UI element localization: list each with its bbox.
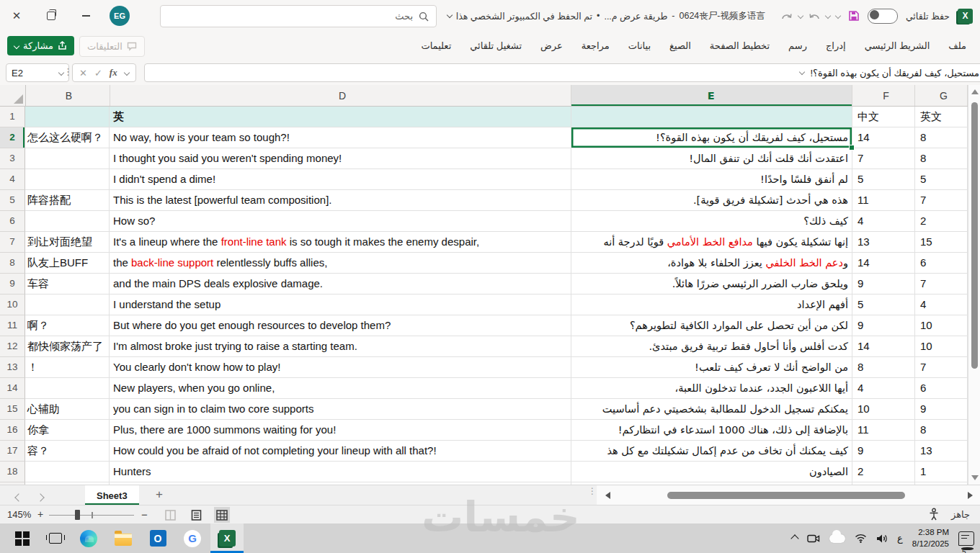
notification-center-icon[interactable]: 5: [958, 531, 974, 546]
cell-F14[interactable]: 4: [852, 378, 915, 399]
cell-B2[interactable]: 怎么这么硬啊？: [25, 127, 110, 148]
onedrive-icon[interactable]: [829, 534, 845, 543]
cell-F18[interactable]: 2: [852, 462, 915, 482]
row-header-12[interactable]: 12: [0, 336, 25, 357]
column-header-B[interactable]: B: [26, 85, 110, 106]
cell-G17[interactable]: 13: [915, 441, 968, 462]
row-header-8[interactable]: 8: [0, 253, 25, 274]
cell-G5[interactable]: 7: [915, 190, 968, 211]
sheet-nav-prev-button[interactable]: [16, 490, 22, 503]
row-header-9[interactable]: 9: [0, 274, 25, 295]
accessibility-icon[interactable]: [928, 508, 940, 521]
scroll-up-icon[interactable]: [971, 89, 979, 94]
cell-E11[interactable]: لكن من أين تحصل على الموارد الكافية لتطو…: [571, 315, 852, 336]
cell-E17[interactable]: كيف يمكنك أن تخاف من عدم إكمال تشكيلتك م…: [571, 441, 852, 462]
cell-F16[interactable]: 11: [852, 420, 915, 441]
zoom-in-button[interactable]: +: [37, 508, 43, 520]
scroll-right-icon[interactable]: [968, 492, 973, 499]
save-icon[interactable]: [848, 10, 860, 22]
row-header-4[interactable]: 4: [0, 169, 25, 190]
name-box[interactable]: E2: [6, 63, 69, 82]
cell-B7[interactable]: 到让对面绝望: [25, 232, 110, 253]
hidden-icons-chevron[interactable]: [790, 534, 798, 542]
normal-view-button[interactable]: [214, 507, 230, 523]
cell-B11[interactable]: 啊？: [25, 315, 110, 336]
cell-G12[interactable]: 10: [915, 336, 968, 357]
autosave-toggle[interactable]: [868, 9, 898, 24]
horizontal-scrollbar[interactable]: ⋮: [597, 485, 980, 505]
page-break-preview-button[interactable]: [162, 507, 178, 523]
cell-F8[interactable]: 14: [852, 253, 915, 274]
cell-G13[interactable]: 7: [915, 357, 968, 378]
horizontal-scrollbar-thumb[interactable]: [667, 492, 905, 499]
cell-E5[interactable]: هذه هي أحدث [تشكيلة فريق قوية].: [571, 190, 852, 211]
taskbar-start-button[interactable]: [6, 523, 39, 553]
cell-B16[interactable]: 你拿: [25, 420, 110, 441]
undo-icon[interactable]: [808, 11, 820, 22]
column-header-F[interactable]: F: [852, 85, 915, 106]
row-header-15[interactable]: 15: [0, 399, 25, 420]
cell-F17[interactable]: 9: [852, 441, 915, 462]
taskbar-edge-button[interactable]: [72, 523, 105, 553]
cell-E8[interactable]: ودعم الخط الخلفي يعزز الحلفاء بلا هوادة،: [571, 253, 852, 274]
cell-G10[interactable]: 4: [915, 295, 968, 315]
cell-G1[interactable]: 英文: [915, 107, 968, 127]
cell-F9[interactable]: 9: [852, 274, 915, 295]
formula-expand-icon[interactable]: [799, 69, 805, 75]
row-header-16[interactable]: 16: [0, 420, 25, 441]
cell-E18[interactable]: الصيادون: [571, 462, 852, 482]
cell-G8[interactable]: 6: [915, 253, 968, 274]
cell-F12[interactable]: 14: [852, 336, 915, 357]
row-header-13[interactable]: 13: [0, 357, 25, 378]
cell-B12[interactable]: 都快倾家荡产了: [25, 336, 110, 357]
scroll-left-icon[interactable]: [605, 492, 610, 499]
document-title[interactable]: 0624丧尸-视频多语言 - طريقة عرض م... • تم الحفظ…: [441, 0, 765, 32]
cell-D2[interactable]: No way, how is your team so tough?!: [110, 127, 571, 148]
cell-B18[interactable]: [25, 462, 110, 482]
cell-D11[interactable]: But where do you get enough resources to…: [110, 315, 571, 336]
cell-D1[interactable]: 英: [110, 107, 571, 127]
row-header-1[interactable]: 1: [0, 107, 25, 127]
cell-E4[interactable]: لم أنفق فلسًا واحدًا!: [571, 169, 852, 190]
row-header-6[interactable]: 6: [0, 211, 25, 232]
cell-E1[interactable]: [571, 107, 852, 127]
cell-B5[interactable]: 阵容搭配: [25, 190, 110, 211]
cell-D6[interactable]: How so?: [110, 211, 571, 232]
column-header-G[interactable]: G: [915, 85, 968, 106]
cell-E10[interactable]: أفهم الإعداد: [571, 295, 852, 315]
ribbon-tab-insert[interactable]: إدراج: [816, 32, 855, 60]
cell-B14[interactable]: [25, 378, 110, 399]
page-layout-button[interactable]: [188, 507, 204, 523]
horizontal-scrollbar-track[interactable]: [617, 492, 958, 499]
ribbon-tab-data[interactable]: بيانات: [619, 32, 660, 60]
cell-F2[interactable]: 14: [852, 127, 915, 148]
minimize-button[interactable]: [78, 8, 94, 24]
cell-B6[interactable]: [25, 211, 110, 232]
search-input[interactable]: بحث: [160, 5, 437, 27]
cell-G18[interactable]: 1: [915, 462, 968, 482]
sheet-nav-next-button[interactable]: [37, 490, 43, 503]
cell-D9[interactable]: and the main DPS deals explosive damage.: [110, 274, 571, 295]
cell-G6[interactable]: 2: [915, 211, 968, 232]
row-header-14[interactable]: 14: [0, 378, 25, 399]
row-header-2[interactable]: 2: [0, 127, 25, 148]
ribbon-tab-formulas[interactable]: الصيغ: [660, 32, 700, 60]
cell-G15[interactable]: 9: [915, 399, 968, 420]
cell-F5[interactable]: 11: [852, 190, 915, 211]
ribbon-tab-page-layout[interactable]: تخطيط الصفحة: [700, 32, 779, 60]
cell-E16[interactable]: بالإضافة إلى ذلك، هناك 1000 استدعاء في ا…: [571, 420, 852, 441]
taskbar-file-explorer-button[interactable]: [107, 523, 140, 553]
volume-icon[interactable]: [876, 534, 888, 544]
row-header-5[interactable]: 5: [0, 190, 25, 211]
cell-G2[interactable]: 8: [915, 127, 968, 148]
row-header-17[interactable]: 17: [0, 441, 25, 462]
ribbon-tab-help[interactable]: تعليمات: [411, 32, 460, 60]
taskbar-clock[interactable]: 2:38 PM 8/12/2025: [912, 527, 949, 549]
taskbar-outlook-button[interactable]: O: [141, 523, 174, 553]
chevron-down-icon[interactable]: [825, 13, 831, 19]
cell-B1[interactable]: [25, 107, 110, 127]
splitter-grip-icon[interactable]: ⋮: [588, 490, 597, 493]
cell-B10[interactable]: [25, 295, 110, 315]
cell-B3[interactable]: [25, 148, 110, 169]
ribbon-tab-draw[interactable]: رسم: [779, 32, 816, 60]
